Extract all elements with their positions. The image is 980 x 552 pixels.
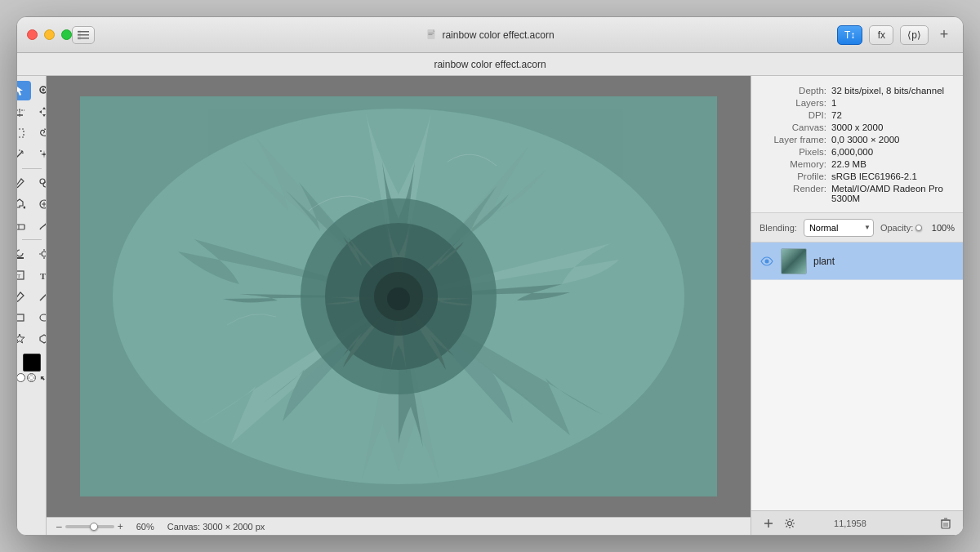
clone-brush-tool[interactable] [33, 173, 47, 193]
svg-point-47 [40, 314, 47, 321]
rect-select-tool[interactable] [17, 123, 31, 143]
pixels-value: 6,000,000 [831, 147, 953, 157]
script-button[interactable]: ⟨p⟩ [900, 25, 929, 45]
add-layer-button[interactable] [760, 514, 777, 532]
svg-marker-17 [42, 114, 46, 117]
heal-tool[interactable] [33, 194, 47, 214]
brighten-tool[interactable] [33, 244, 47, 264]
magic-wand-tool[interactable] [17, 145, 31, 164]
layer-visibility-toggle[interactable] [760, 254, 774, 269]
layer-settings-button[interactable] [781, 514, 799, 532]
blending-mode-wrapper: NormalMultiplyScreenOverlayDarkenLighten… [804, 219, 874, 237]
pen-icon [17, 291, 25, 302]
blending-mode-select[interactable]: NormalMultiplyScreenOverlayDarkenLighten… [804, 219, 874, 237]
opacity-value: 100% [929, 223, 955, 233]
transparent-swatch[interactable] [27, 373, 36, 382]
maximize-button[interactable] [61, 29, 72, 40]
svg-point-36 [42, 252, 47, 256]
svg-marker-18 [39, 110, 42, 114]
smudge-tool[interactable] [33, 216, 47, 235]
smudge-icon [38, 220, 47, 231]
pen-tool[interactable] [17, 287, 31, 306]
depth-row: Depth: 32 bits/pixel, 8 bits/channel [761, 86, 953, 96]
select-tool[interactable] [17, 81, 31, 100]
rect-shape-tool[interactable] [17, 308, 31, 327]
tool-divider-2 [22, 239, 42, 240]
lasso-icon [38, 127, 47, 139]
render-value: Metal/IO/AMD Radeon Pro 5300M [831, 184, 953, 203]
blending-label: Blending: [760, 223, 797, 233]
crop-tool[interactable] [17, 102, 31, 122]
paint-bucket-tool[interactable] [17, 194, 31, 214]
sidebar-toggle-button[interactable] [72, 26, 95, 44]
svg-point-29 [23, 207, 25, 209]
fill-tool[interactable] [17, 244, 31, 264]
titlebar-center: rainbow color effect.acorn [425, 29, 554, 41]
svg-marker-49 [40, 335, 47, 343]
canvas-value: 3000 x 2000 [831, 122, 953, 132]
sparkle-tool[interactable] [33, 145, 47, 164]
zoom-out-label[interactable]: – [56, 521, 62, 532]
svg-rect-3 [78, 30, 81, 40]
brush-tool[interactable] [17, 173, 31, 193]
tab-title: rainbow color effect.acorn [434, 59, 546, 70]
lasso-select-tool[interactable] [33, 123, 47, 143]
layer-item[interactable]: plant [751, 243, 963, 280]
layer-name: plant [813, 256, 955, 267]
tool-group-vector [17, 244, 47, 264]
line-icon [38, 291, 47, 302]
plant-illustration [80, 96, 717, 496]
zoom-in-label[interactable]: + [118, 521, 123, 532]
minimize-button[interactable] [44, 29, 55, 40]
svg-line-24 [22, 153, 24, 154]
tool-group-shapes [17, 308, 47, 327]
ellipse-tool[interactable] [33, 308, 47, 327]
text-rect-tool[interactable]: T [17, 265, 31, 285]
layer-frame-row: Layer frame: 0,0 3000 × 2000 [761, 135, 953, 145]
canvas-content[interactable] [47, 76, 751, 517]
layer-frame-value: 0,0 3000 × 2000 [831, 135, 953, 145]
svg-line-21 [17, 151, 23, 158]
text-tool-button[interactable]: T↕ [837, 25, 862, 45]
move-tool[interactable] [33, 102, 47, 122]
swap-colors-btn[interactable] [38, 373, 47, 383]
svg-rect-6 [428, 34, 432, 35]
heal-icon [38, 198, 47, 210]
opacity-slider[interactable] [920, 226, 922, 229]
info-panel: Depth: 32 bits/pixel, 8 bits/channel Lay… [751, 76, 963, 213]
svg-text:T: T [40, 271, 47, 281]
eye-icon [760, 256, 773, 266]
foreground-color-swatch[interactable] [23, 354, 41, 372]
add-layer-icon [763, 518, 774, 529]
tool-group-paint [17, 173, 47, 193]
layer-frame-label: Layer frame: [761, 135, 826, 145]
titlebar: rainbow color effect.acorn T↕ fx ⟨p⟩ + [17, 17, 963, 53]
polygon-tool[interactable] [33, 329, 47, 349]
delete-layer-button[interactable] [937, 514, 955, 532]
eraser-tool[interactable] [17, 216, 31, 235]
text-tool[interactable]: T [33, 265, 47, 285]
zoom-tool[interactable] [33, 81, 47, 100]
add-button[interactable]: + [935, 26, 953, 44]
line-tool[interactable] [33, 287, 47, 306]
main-window: rainbow color effect.acorn T↕ fx ⟨p⟩ + r… [16, 16, 964, 536]
brighten-icon [38, 248, 47, 260]
tool-group-selection [17, 123, 47, 143]
star-tool[interactable] [17, 329, 31, 349]
layers-value: 1 [831, 98, 953, 108]
right-panel: Depth: 32 bits/pixel, 8 bits/channel Lay… [751, 76, 963, 535]
polygon-icon [38, 333, 47, 345]
tool-group-pen [17, 287, 47, 306]
close-button[interactable] [27, 29, 38, 40]
eraser-icon [17, 220, 25, 231]
zoom-slider[interactable] [65, 525, 114, 528]
tool-group-text: T T [17, 265, 47, 285]
fx-button[interactable]: fx [869, 25, 893, 45]
tool-group-erase [17, 216, 47, 235]
fill-icon [17, 248, 25, 260]
swap-icon [38, 374, 47, 382]
render-row: Render: Metal/IO/AMD Radeon Pro 5300M [761, 184, 953, 203]
titlebar-right: T↕ fx ⟨p⟩ + [837, 25, 953, 45]
zoom-level: 60% [136, 522, 154, 532]
background-color-swatch[interactable] [17, 373, 25, 382]
